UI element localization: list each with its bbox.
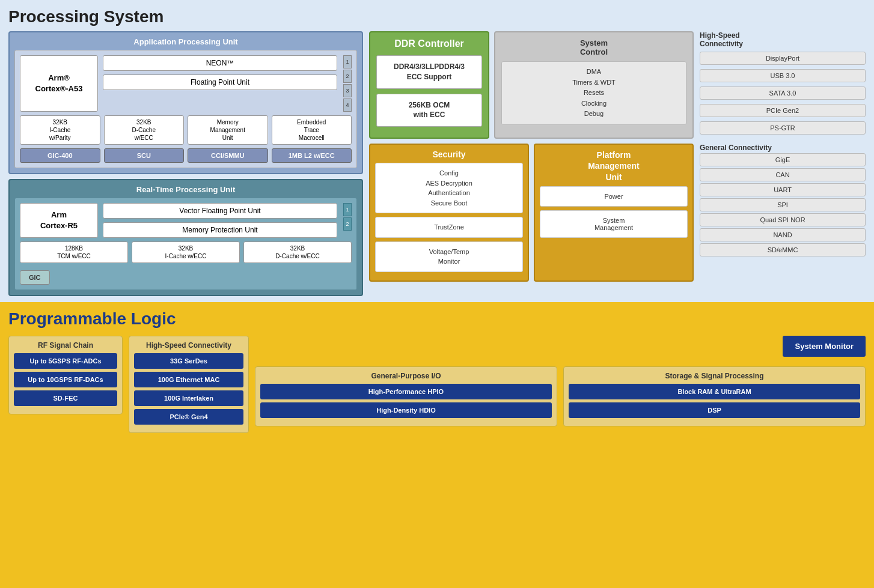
apu-dcache-box: 32KBD-Cachew/ECC	[104, 115, 185, 145]
security-title: Security	[375, 150, 523, 159]
apu-top-row: Arm®Cortex®-A53 NEON™ Floating Point Uni…	[20, 55, 352, 112]
cortex-a53-box: Arm®Cortex®-A53	[20, 55, 98, 112]
apu-mid-row: 32KBI-Cachew/Parity 32KBD-Cachew/ECC Mem…	[20, 115, 352, 145]
mpu-box: Memory Protection Unit	[103, 222, 337, 238]
apu-inner: Arm®Cortex®-A53 NEON™ Floating Point Uni…	[14, 50, 357, 168]
processing-system-section: Processing System Application Processing…	[0, 0, 874, 302]
pl-content: RF Signal Chain Up to 5GSPS RF-ADCs Up t…	[8, 336, 866, 433]
pl-pcie-gen4: PCIe® Gen4	[134, 409, 243, 425]
pl-hs-conn-section: High-Speed Connectivity 33G SerDes 100G …	[129, 336, 249, 433]
security-box: Security ConfigAES DecryptionAuthenticat…	[369, 144, 529, 282]
stack-tab-2: 2	[343, 70, 352, 83]
stack-tab-4: 4	[343, 99, 352, 112]
conn-quad-spi-nor: Quad SPI NOR	[700, 213, 866, 226]
apu-title: Application Processing Unit	[14, 37, 357, 46]
security-config-box: ConfigAES DecryptionAuthenticationSecure…	[375, 163, 523, 213]
hs-conn-title: High-SpeedConnectivity	[700, 31, 866, 48]
pl-title: Programmable Logic	[8, 309, 866, 329]
pl-dsp-box: DSP	[569, 402, 860, 418]
pl-hs-conn-title: High-Speed Connectivity	[134, 341, 243, 350]
rtpu-icache-box: 32KBI-Cache w/ECC	[132, 241, 240, 263]
ddr-support-box: DDR4/3/3LLPDDR4/3ECC Support	[376, 55, 482, 89]
trustzone-box: TrustZone	[375, 217, 523, 238]
pl-gpio-title: General-Purpose I/O	[260, 372, 552, 380]
pmu-title: PlatformManagementUnit	[540, 150, 688, 183]
l2-box: 1MB L2 w/ECC	[272, 148, 352, 163]
ps-left-column: Application Processing Unit Arm®Cortex®-…	[8, 31, 363, 296]
pl-hdio-box: High-Density HDIO	[260, 402, 552, 418]
rtpu-inner: ArmCortex-R5 Vector Floating Point Unit …	[14, 198, 357, 290]
ps-middle-bottom: Security ConfigAES DecryptionAuthenticat…	[369, 144, 694, 282]
system-monitor-row: System Monitor	[255, 336, 866, 362]
voltage-temp-box: Voltage/TempMonitor	[375, 241, 523, 272]
pl-storage-section: Storage & Signal Processing Block RAM & …	[563, 366, 866, 426]
fpu-box: Floating Point Unit	[103, 74, 337, 90]
vfpu-box: Vector Floating Point Unit	[103, 203, 337, 219]
apu-stack: 1 2 3 4	[343, 55, 352, 112]
ps-middle-top: DDR Controller DDR4/3/3LLPDDR4/3ECC Supp…	[369, 31, 694, 139]
ddr-title: DDR Controller	[376, 38, 482, 49]
neon-box: NEON™	[103, 55, 337, 71]
neon-fpu-col: NEON™ Floating Point Unit	[103, 55, 337, 112]
pl-100g-eth: 100G Ethernet MAC	[134, 372, 243, 387]
apu-box: Application Processing Unit Arm®Cortex®-…	[8, 31, 363, 174]
ddr-box: DDR Controller DDR4/3/3LLPDDR4/3ECC Supp…	[369, 31, 489, 139]
conn-psgtr: PS-GTR	[700, 121, 866, 135]
pl-gpio-section: General-Purpose I/O High-Performance HPI…	[255, 366, 557, 426]
rf-adcs-box: Up to 5GSPS RF-ADCs	[14, 353, 117, 369]
ps-middle-column: DDR Controller DDR4/3/3LLPDDR4/3ECC Supp…	[369, 31, 694, 282]
conn-sata30: SATA 3.0	[700, 86, 866, 100]
conn-spi: SPI	[700, 198, 866, 211]
rtpu-stack-tab-2: 2	[343, 217, 352, 231]
conn-uart: UART	[700, 183, 866, 196]
conn-pcie-gen2: PCIe Gen2	[700, 104, 866, 117]
scu-box: SCU	[104, 148, 185, 163]
ccismmu-box: CCI/SMMU	[188, 148, 268, 163]
rtpu-tcm-box: 128KBTCM w/ECC	[20, 241, 128, 263]
pmu-power-box: Power	[540, 186, 688, 207]
pl-33g-serdes: 33G SerDes	[134, 353, 243, 369]
sd-fec-box: SD-FEC	[14, 390, 117, 406]
rtpu-title: Real-Time Processing Unit	[14, 185, 357, 194]
conn-gige: GigE	[700, 153, 866, 166]
rtpu-box: Real-Time Processing Unit ArmCortex-R5 V…	[8, 179, 363, 296]
rtpu-mid-row: 128KBTCM w/ECC 32KBI-Cache w/ECC 32KBD-C…	[20, 241, 352, 263]
conn-sdemmc: SD/eMMC	[700, 243, 866, 256]
ddr-ocm-box: 256KB OCMwith ECC	[376, 94, 482, 127]
conn-nand: NAND	[700, 228, 866, 241]
syscontrol-title: SystemControl	[501, 38, 686, 56]
programmable-logic-section: Programmable Logic RF Signal Chain Up to…	[0, 302, 874, 588]
rf-dacs-box: Up to 10GSPS RF-DACs	[14, 372, 117, 387]
main-container: Processing System Application Processing…	[0, 0, 874, 588]
rf-signal-chain-title: RF Signal Chain	[14, 341, 117, 350]
pl-bottom-row: General-Purpose I/O High-Performance HPI…	[255, 366, 866, 426]
syscontrol-inner: DMATimers & WDTResetsClockingDebug	[501, 61, 686, 125]
gen-conn-title: General Connectivity	[700, 144, 866, 152]
apu-icache-box: 32KBI-Cachew/Parity	[20, 115, 100, 145]
conn-usb30: USB 3.0	[700, 69, 866, 82]
rtpu-top-row: ArmCortex-R5 Vector Floating Point Unit …	[20, 203, 352, 238]
pl-right-area: System Monitor General-Purpose I/O High-…	[255, 336, 866, 426]
rtpu-stack-tab-1: 1	[343, 203, 352, 216]
pl-hpio-box: High-Performance HPIO	[260, 384, 552, 399]
pmu-box: PlatformManagementUnit Power SystemManag…	[534, 144, 694, 282]
rtpu-dcache-box: 32KBD-Cache w/ECC	[243, 241, 352, 263]
stack-tab-1: 1	[343, 55, 352, 68]
apu-mmu-box: MemoryManagementUnit	[188, 115, 268, 145]
system-monitor-btn: System Monitor	[783, 336, 866, 357]
cortex-r5-box: ArmCortex-R5	[20, 203, 98, 238]
rtpu-stack: 1 2	[343, 203, 352, 238]
apu-etm-box: EmbeddedTraceMacrocell	[272, 115, 352, 145]
processing-system-title: Processing System	[8, 7, 866, 26]
cortex-a53-label: Arm®Cortex®-A53	[29, 73, 89, 94]
gic-box: GIC	[20, 270, 50, 285]
ps-content: Application Processing Unit Arm®Cortex®-…	[8, 31, 866, 296]
conn-displayport: DisplayPort	[700, 52, 866, 65]
pl-blockram-box: Block RAM & UltraRAM	[569, 384, 860, 399]
ps-right-column: High-SpeedConnectivity DisplayPort USB 3…	[700, 31, 866, 258]
general-conn-section: General Connectivity GigE CAN UART SPI Q…	[700, 144, 866, 258]
syscontrol-box: SystemControl DMATimers & WDTResetsClock…	[494, 31, 694, 139]
apu-bottom-row: GIC-400 SCU CCI/SMMU 1MB L2 w/ECC	[20, 148, 352, 163]
gic400-box: GIC-400	[20, 148, 100, 163]
stack-tab-3: 3	[343, 84, 352, 97]
